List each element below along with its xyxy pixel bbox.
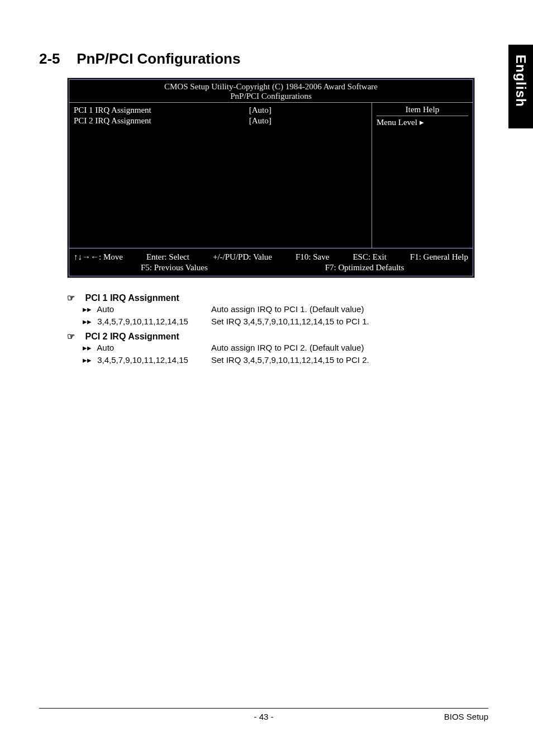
help-row: ▸▸ Auto Auto assign IRQ to PCI 2. (Defau… xyxy=(67,342,488,354)
bios-row-pci2[interactable]: PCI 2 IRQ Assignment [Auto] xyxy=(74,116,367,126)
help-desc: Set IRQ 3,4,5,7,9,10,11,12,14,15 to PCI … xyxy=(211,355,369,365)
bios-body: PCI 1 IRQ Assignment [Auto] PCI 2 IRQ As… xyxy=(69,103,473,248)
help-section: ☞ PCI 1 IRQ Assignment ▸▸ Auto Auto assi… xyxy=(67,293,488,366)
key-hint-f10: F10: Save xyxy=(296,252,329,262)
help-option-text: 3,4,5,7,9,10,11,12,14,15 xyxy=(97,355,188,365)
bios-footer-row2: F5: Previous Values F7: Optimized Defaul… xyxy=(74,262,468,272)
help-option-text: Auto xyxy=(97,343,114,352)
help-row: ▸▸ 3,4,5,7,9,10,11,12,14,15 Set IRQ 3,4,… xyxy=(67,315,488,328)
page-content: 2-5 PnP/PCI Configurations CMOS Setup Ut… xyxy=(39,50,488,366)
menu-level: Menu Level ▸ xyxy=(377,116,468,127)
bios-title-line2: PnP/PCI Configurations xyxy=(69,92,473,103)
help-option: ▸▸ Auto xyxy=(83,343,211,353)
help-option-text: 3,4,5,7,9,10,11,12,14,15 xyxy=(97,317,188,326)
key-hint-f7: F7: Optimized Defaults xyxy=(325,263,404,272)
help-row: ▸▸ Auto Auto assign IRQ to PCI 1. (Defau… xyxy=(67,303,488,315)
double-arrow-icon: ▸▸ xyxy=(83,317,95,327)
help-option: ▸▸ Auto xyxy=(83,304,211,314)
page-number: - 43 - xyxy=(39,712,488,721)
bios-footer-row1: ↑↓→←: Move Enter: Select +/-/PU/PD: Valu… xyxy=(74,252,468,262)
bios-help-panel: Item Help Menu Level ▸ xyxy=(372,103,473,248)
key-hint-f5: F5: Previous Values xyxy=(141,263,208,272)
bios-row-label: PCI 1 IRQ Assignment xyxy=(74,106,216,115)
section-title: PnP/PCI Configurations xyxy=(77,50,240,67)
bios-title-line1: CMOS Setup Utility-Copyright (C) 1984-20… xyxy=(69,80,473,92)
bios-settings-panel: PCI 1 IRQ Assignment [Auto] PCI 2 IRQ As… xyxy=(69,103,372,248)
double-arrow-icon: ▸▸ xyxy=(83,304,95,314)
key-hint-move: ↑↓→←: Move xyxy=(74,252,123,262)
bios-row-label: PCI 2 IRQ Assignment xyxy=(74,116,216,126)
help-heading-pci2: ☞ PCI 2 IRQ Assignment xyxy=(67,331,488,342)
help-option-text: Auto xyxy=(97,304,114,314)
help-heading-pci1: ☞ PCI 1 IRQ Assignment xyxy=(67,293,488,303)
item-help-header: Item Help xyxy=(377,105,468,116)
help-desc: Auto assign IRQ to PCI 2. (Default value… xyxy=(211,343,364,353)
language-tab-text: English xyxy=(513,55,529,107)
language-tab: English xyxy=(508,45,533,128)
page-footer: - 43 - BIOS Setup xyxy=(39,708,488,721)
key-hint-pupd: +/-/PU/PD: Value xyxy=(213,252,272,262)
hand-icon: ☞ xyxy=(67,331,83,342)
menu-level-arrow-icon: ▸ xyxy=(420,118,424,127)
help-desc: Auto assign IRQ to PCI 1. (Default value… xyxy=(211,304,364,314)
key-hint-f1: F1: General Help xyxy=(410,252,468,262)
bios-row-value: [Auto] xyxy=(216,116,367,126)
help-desc: Set IRQ 3,4,5,7,9,10,11,12,14,15 to PCI … xyxy=(211,317,369,327)
help-heading-text: PCI 2 IRQ Assignment xyxy=(85,332,179,341)
help-option: ▸▸ 3,4,5,7,9,10,11,12,14,15 xyxy=(83,317,211,327)
bios-screen: CMOS Setup Utility-Copyright (C) 1984-20… xyxy=(67,78,475,278)
help-row: ▸▸ 3,4,5,7,9,10,11,12,14,15 Set IRQ 3,4,… xyxy=(67,354,488,366)
key-hint-enter: Enter: Select xyxy=(146,252,189,262)
bios-row-value: [Auto] xyxy=(216,106,367,115)
key-hint-esc: ESC: Exit xyxy=(353,252,386,262)
section-number: 2-5 xyxy=(39,50,73,68)
hand-icon: ☞ xyxy=(67,293,83,303)
double-arrow-icon: ▸▸ xyxy=(83,355,95,365)
bios-row-pci1[interactable]: PCI 1 IRQ Assignment [Auto] xyxy=(74,105,367,116)
help-heading-text: PCI 1 IRQ Assignment xyxy=(85,293,179,303)
menu-level-label: Menu Level xyxy=(377,118,417,127)
bios-footer: ↑↓→←: Move Enter: Select +/-/PU/PD: Valu… xyxy=(69,248,473,276)
section-heading: 2-5 PnP/PCI Configurations xyxy=(39,50,488,73)
double-arrow-icon: ▸▸ xyxy=(83,343,95,353)
help-option: ▸▸ 3,4,5,7,9,10,11,12,14,15 xyxy=(83,355,211,365)
